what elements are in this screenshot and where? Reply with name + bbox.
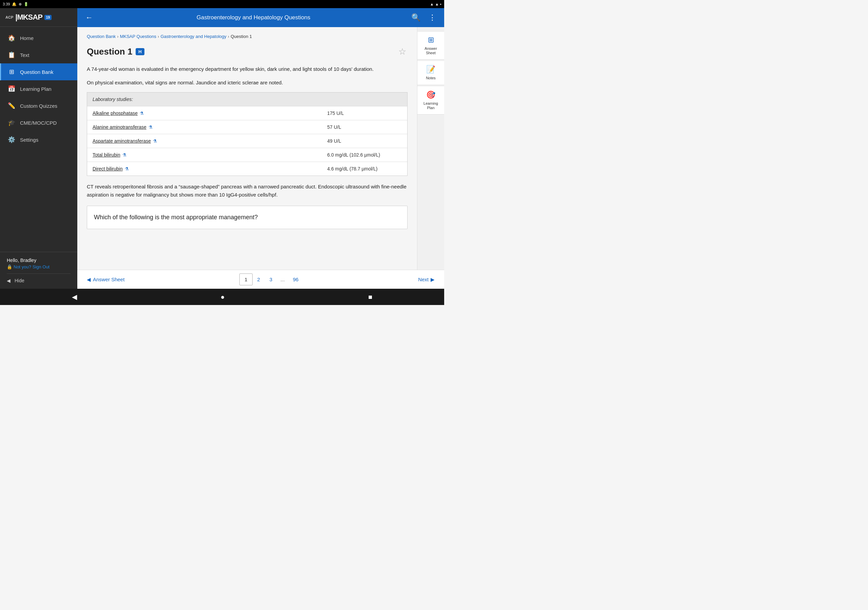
right-sidebar-answer-sheet[interactable]: ⊞ Answer Sheet xyxy=(417,31,444,60)
question-header: Question 1 H ☆ xyxy=(87,45,408,58)
sidebar-label-learning-plan: Learning Plan xyxy=(20,86,51,92)
lab-name-text-2: Aspartate aminotransferase xyxy=(93,138,151,144)
lab-name-2: Aspartate aminotransferase ⚗ xyxy=(93,138,327,144)
question-box-text: Which of the following is the most appro… xyxy=(94,213,400,222)
right-sidebar-learning-plan[interactable]: 🎯 Learning Plan xyxy=(417,87,444,115)
question-box: Which of the following is the most appro… xyxy=(87,206,408,229)
lab-row-4: Direct bilirubin ⚗ 4.6 mg/dL (78.7 µmol/… xyxy=(87,162,407,175)
lab-name-text-1: Alanine aminotransferase xyxy=(93,124,146,130)
bottom-nav: ◀ Answer Sheet 1 2 3 ... 96 Next ▶ xyxy=(77,270,444,289)
question-content: Question Bank › MKSAP Questions › Gastro… xyxy=(77,27,417,270)
text-icon: 📋 xyxy=(8,51,15,59)
flask-icon-2: ⚗ xyxy=(153,139,157,144)
page-num-2[interactable]: 2 xyxy=(253,274,265,285)
question-title: Question 1 H xyxy=(87,46,144,57)
battery-level-icon: ▪ xyxy=(440,2,442,6)
battery-icon: 🔋 xyxy=(24,2,28,6)
sidebar-label-text: Text xyxy=(20,52,29,58)
lab-value-0: 175 U/L xyxy=(327,110,402,116)
android-nav-bar: ◀ ● ■ xyxy=(0,289,444,305)
lab-name-1: Alanine aminotransferase ⚗ xyxy=(93,124,327,130)
lab-value-3: 6.0 mg/dL (102.6 µmol/L) xyxy=(327,152,402,158)
supp-text: CT reveals retroperitoneal fibrosis and … xyxy=(87,183,408,199)
hide-label: Hide xyxy=(15,278,25,283)
sign-out-label: Not you? Sign Out xyxy=(14,264,50,269)
question-title-text: Question 1 xyxy=(87,46,132,57)
right-sidebar: ⊞ Answer Sheet 📝 Notes 🎯 Learning Plan xyxy=(417,27,444,270)
cme-icon: 🎓 xyxy=(8,119,15,126)
custom-quizzes-icon: ✏️ xyxy=(8,102,15,110)
sidebar-label-cme: CME/MOC/CPD xyxy=(20,120,57,126)
settings-icon: ⚙️ xyxy=(8,136,15,143)
sidebar-divider xyxy=(7,274,71,274)
flask-icon-0: ⚗ xyxy=(140,111,144,116)
star-button[interactable]: ☆ xyxy=(397,45,408,58)
flask-icon-1: ⚗ xyxy=(149,125,153,130)
status-time: 3:39 xyxy=(3,2,10,6)
learning-plan-right-icon: 🎯 xyxy=(426,90,436,99)
flask-icon-3: ⚗ xyxy=(122,153,127,158)
lab-value-4: 4.6 mg/dL (78.7 µmol/L) xyxy=(327,166,402,172)
sidebar-item-custom-quizzes[interactable]: ✏️ Custom Quizzes xyxy=(0,97,77,114)
android-square-button[interactable]: ■ xyxy=(361,290,379,303)
notification-icon: 🔔 xyxy=(12,2,17,6)
search-button[interactable]: 🔍 xyxy=(409,11,423,25)
breadcrumb-question-bank[interactable]: Question Bank xyxy=(87,34,116,39)
page-num-3[interactable]: 3 xyxy=(265,274,277,285)
flask-icon-4: ⚗ xyxy=(125,166,129,172)
lab-value-2: 49 U/L xyxy=(327,138,402,144)
sidebar: ACP |MKSAP 19 🏠 Home 📋 Text ⊞ Question B… xyxy=(0,8,77,289)
sidebar-item-text[interactable]: 📋 Text xyxy=(0,46,77,63)
breadcrumb-sep-1: › xyxy=(117,34,118,39)
back-button[interactable]: ← xyxy=(83,11,96,25)
lab-name-3: Total bilirubin ⚗ xyxy=(93,152,327,158)
page-num-96[interactable]: 96 xyxy=(288,274,304,285)
notes-icon: 📝 xyxy=(426,65,436,74)
answer-sheet-label: Answer Sheet xyxy=(420,46,442,55)
header-title: Gastroenterology and Hepatology Question… xyxy=(98,14,409,21)
sidebar-footer: Hello, Bradley 🔒 Not you? Sign Out ◀ Hid… xyxy=(0,252,77,289)
page-numbers: 1 2 3 ... 96 xyxy=(129,274,414,285)
question-body-2: On physical examination, vital signs are… xyxy=(87,79,408,87)
answer-sheet-bottom-button[interactable]: ◀ Answer Sheet xyxy=(83,274,129,285)
android-home-button[interactable]: ● xyxy=(214,290,231,303)
lab-table: Laboratory studies: Alkaline phosphatase… xyxy=(87,92,408,176)
breadcrumb-mksap[interactable]: MKSAP Questions xyxy=(120,34,156,39)
hide-button[interactable]: ◀ Hide xyxy=(7,278,71,283)
right-sidebar-notes[interactable]: 📝 Notes xyxy=(417,61,444,85)
answer-sheet-bottom-label: Answer Sheet xyxy=(93,277,124,282)
notes-label: Notes xyxy=(426,76,436,81)
sidebar-item-settings[interactable]: ⚙️ Settings xyxy=(0,131,77,148)
main-area: ← Gastroenterology and Hepatology Questi… xyxy=(77,8,444,289)
top-header: ← Gastroenterology and Hepatology Questi… xyxy=(77,8,444,27)
breadcrumb-current: Question 1 xyxy=(231,34,252,39)
sidebar-item-question-bank[interactable]: ⊞ Question Bank xyxy=(0,63,77,81)
lab-row-0: Alkaline phosphatase ⚗ 175 U/L xyxy=(87,106,407,120)
learning-plan-right-label: Learning Plan xyxy=(420,101,442,110)
question-bank-icon: ⊞ xyxy=(8,68,15,76)
sidebar-item-learning-plan[interactable]: 📅 Learning Plan xyxy=(0,81,77,97)
status-bar: 3:39 🔔 ⊕ 🔋 ▲ ▲ ▪ xyxy=(0,0,444,8)
header-actions: 🔍 ⋮ xyxy=(409,11,439,25)
sidebar-item-home[interactable]: 🏠 Home xyxy=(0,29,77,46)
status-bar-right: ▲ ▲ ▪ xyxy=(430,2,442,6)
lab-row-1: Alanine aminotransferase ⚗ 57 U/L xyxy=(87,120,407,134)
page-num-1[interactable]: 1 xyxy=(239,274,252,285)
next-label: Next xyxy=(418,277,429,282)
answer-sheet-icon: ⊞ xyxy=(428,36,434,44)
sign-out-button[interactable]: 🔒 Not you? Sign Out xyxy=(7,264,71,269)
logo-badge: 19 xyxy=(44,15,51,20)
lab-name-0: Alkaline phosphatase ⚗ xyxy=(93,110,327,116)
android-back-button[interactable]: ◀ xyxy=(65,290,84,303)
next-button[interactable]: Next ▶ xyxy=(414,274,439,285)
lab-row-3: Total bilirubin ⚗ 6.0 mg/dL (102.6 µmol/… xyxy=(87,148,407,162)
sidebar-nav: 🏠 Home 📋 Text ⊞ Question Bank 📅 Learning… xyxy=(0,27,77,252)
more-options-button[interactable]: ⋮ xyxy=(426,11,439,25)
lab-name-text-3: Total bilirubin xyxy=(93,152,120,158)
sidebar-label-custom-quizzes: Custom Quizzes xyxy=(20,103,57,109)
breadcrumb-gastro[interactable]: Gastroenterology and Hepatology xyxy=(160,34,226,39)
sidebar-item-cme[interactable]: 🎓 CME/MOC/CPD xyxy=(0,114,77,131)
breadcrumb-sep-3: › xyxy=(228,34,229,39)
breadcrumb: Question Bank › MKSAP Questions › Gastro… xyxy=(87,34,408,39)
status-bar-left: 3:39 🔔 ⊕ 🔋 xyxy=(3,2,28,6)
